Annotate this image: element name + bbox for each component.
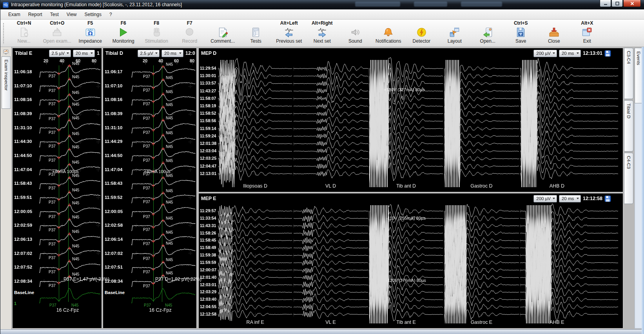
- toolbar-button-close[interactable]: Close: [537, 20, 571, 44]
- menu-item-settings[interactable]: Settings: [81, 10, 105, 19]
- scale-value: 2.5 µV: [52, 51, 65, 56]
- montage-tab-c4-c3[interactable]: C4-C3: [624, 153, 633, 204]
- save-sweep-icon[interactable]: [604, 50, 611, 57]
- stim-annotation: -110V (255mA) 80µs: [386, 216, 426, 220]
- mep-d-channel-labels: Iliopsoas DVL DTib ant DGastroc DAHB D: [218, 183, 595, 189]
- toolbar-button-comment[interactable]: Comment...: [206, 20, 239, 44]
- tibial-e-timebase-select[interactable]: 20 ms: [73, 50, 95, 57]
- montage-tab-tibial-d[interactable]: Tibial D: [624, 100, 633, 152]
- mep-e-scale-select[interactable]: 200 µV: [533, 195, 557, 202]
- menu-item-view[interactable]: View: [63, 10, 81, 19]
- events-strip: Events: [635, 48, 642, 329]
- tibial-e-scale-select[interactable]: 2.5 µV: [49, 50, 71, 57]
- toolbar-button-stimulation[interactable]: F8 Stimulation: [140, 20, 173, 44]
- toolbar-button-open[interactable]: Open...: [471, 20, 504, 44]
- tab-events[interactable]: Events: [635, 48, 642, 103]
- tibial-d-timebase-select[interactable]: 20 ms: [161, 50, 183, 57]
- button-label: Exit: [583, 38, 591, 44]
- chevron-down-icon: [577, 198, 579, 199]
- toolbar-button-save[interactable]: Ctrl+S Save: [504, 20, 538, 44]
- toolbar-button-previous-set[interactable]: Alt+Left Previous set: [272, 20, 306, 44]
- montage-tab-c3-c4[interactable]: C3-C4: [624, 48, 633, 99]
- shortcut-label: F5: [87, 20, 93, 27]
- shortcut-label: F6: [121, 20, 126, 27]
- window-control-minimize[interactable]: [600, 0, 611, 7]
- tibial-e-waveforms: [13, 48, 102, 328]
- background-window-edge: [642, 9, 644, 334]
- comment-icon: [218, 27, 228, 38]
- toolbar-button-exit[interactable]: Alt+X Exit: [571, 20, 604, 44]
- channel-label-vl-e: VL E: [293, 320, 368, 325]
- tibial-d-scale-select[interactable]: 2.5 µV: [138, 50, 160, 57]
- next-set-icon: [317, 27, 327, 38]
- layout-icon: [449, 27, 460, 38]
- window-title: Intraoperative monitoring (Emulation mod…: [11, 2, 182, 7]
- toolbar-gripper: [3, 23, 4, 44]
- previous-set-icon: [284, 27, 294, 38]
- menu-item-[interactable]: ?: [105, 10, 116, 19]
- button-label: Sound: [348, 38, 362, 44]
- scale-value: 200 µV: [536, 51, 551, 56]
- toolbar: Ctrl+N New... Ctrl+O Open exam... F5 Ω I…: [0, 20, 644, 47]
- menu-item-exam[interactable]: Exam: [4, 10, 24, 19]
- impedance-icon: Ω: [85, 27, 96, 38]
- button-label: Tests: [250, 38, 261, 44]
- panel-mep-e: MEP E 200 µV 20 ms 12:12:58 11:29:5711:3…: [198, 193, 623, 329]
- panel-title: Tibial E: [15, 51, 32, 56]
- exam-inspector-icon: [3, 49, 9, 55]
- menu-item-report[interactable]: Report: [24, 10, 46, 19]
- button-label: Impedance: [79, 38, 102, 44]
- save-sweep-icon[interactable]: [604, 195, 611, 202]
- mep-d-scale-select[interactable]: 200 µV: [533, 50, 557, 57]
- events-tab-label: Events: [636, 51, 641, 65]
- trace-number: 1: [14, 301, 16, 306]
- exam-inspector-strip: Exam inspector: [0, 47, 12, 329]
- maximize-icon: [615, 2, 619, 5]
- button-label: Stimulation: [145, 38, 168, 44]
- toolbar-button-layout[interactable]: Layout: [438, 20, 472, 44]
- mep-d-waveforms: [199, 48, 623, 192]
- timebase-value: 20 ms: [562, 196, 574, 201]
- chevron-down-icon: [155, 52, 158, 54]
- toolbar-button-detector[interactable]: Detector: [405, 20, 438, 44]
- timebase-value: 20 ms: [164, 51, 176, 56]
- mep-e-header: MEP E 200 µV 20 ms 12:12:58: [199, 193, 623, 203]
- background-window-glare: [355, 2, 400, 7]
- channel-label-gastroc-d: Gastroc D: [444, 183, 519, 189]
- stim-annotation: +40mA 100µs: [52, 169, 79, 174]
- toolbar-button-sound[interactable]: Sound: [339, 20, 372, 44]
- button-label: Detector: [413, 38, 430, 44]
- mep-e-timebase-select[interactable]: 20 ms: [559, 195, 581, 202]
- close-icon: [630, 2, 634, 5]
- exam-inspector-tab[interactable]: Exam inspector: [2, 56, 11, 109]
- toolbar-button-tests[interactable]: Tests: [239, 20, 273, 44]
- button-label: Open...: [480, 38, 495, 44]
- exam-inspector-label: Exam inspector: [4, 60, 9, 90]
- toolbar-button-record[interactable]: F7 Record: [173, 20, 207, 44]
- toolbar-button-next-set[interactable]: Alt+Right Next set: [306, 20, 339, 44]
- mep-d-timebase-select[interactable]: 20 ms: [559, 50, 581, 57]
- toolbar-button-impedance[interactable]: F5 Ω Impedance: [74, 20, 107, 44]
- button-label: Previous set: [276, 38, 302, 44]
- shortcut-label: F8: [154, 20, 159, 27]
- window-control-close[interactable]: [623, 0, 641, 7]
- title-bar: Intraoperative monitoring (Emulation mod…: [0, 0, 644, 9]
- panel-tibial-e: Tibial E 2.5 µV 20 ms 1 11:06:1811:07:10…: [12, 48, 102, 329]
- shortcut-label: Ctrl+S: [514, 20, 528, 27]
- menu-bar: ExamReportTestViewSettings?: [0, 9, 644, 20]
- sweep-time-clipped: 12:0: [185, 51, 195, 56]
- save-icon: [515, 27, 526, 38]
- sweep-time: 12:13:01: [583, 51, 602, 56]
- tibial-e-header: Tibial E 2.5 µV 20 ms 1: [13, 48, 102, 58]
- toolbar-button-new[interactable]: Ctrl+N New...: [7, 20, 41, 44]
- svg-text:Ω: Ω: [88, 30, 93, 36]
- toolbar-button-monitoring[interactable]: F6 Monitoring: [107, 20, 140, 44]
- toolbar-button-notifications[interactable]: Notifications: [372, 20, 405, 44]
- main-area: Exam inspector Tibial E 2.5 µV 20 ms 1 1…: [0, 47, 644, 329]
- toolbar-button-open-exam[interactable]: Ctrl+O Open exam...: [41, 20, 74, 44]
- menu-item-test[interactable]: Test: [46, 10, 63, 19]
- window-control-maximize[interactable]: [611, 0, 623, 7]
- channel-label-vl-d: VL D: [293, 183, 368, 189]
- application-window: Intraoperative monitoring (Emulation mod…: [0, 0, 644, 334]
- stim-annotation: +40mA 100µs: [144, 169, 171, 174]
